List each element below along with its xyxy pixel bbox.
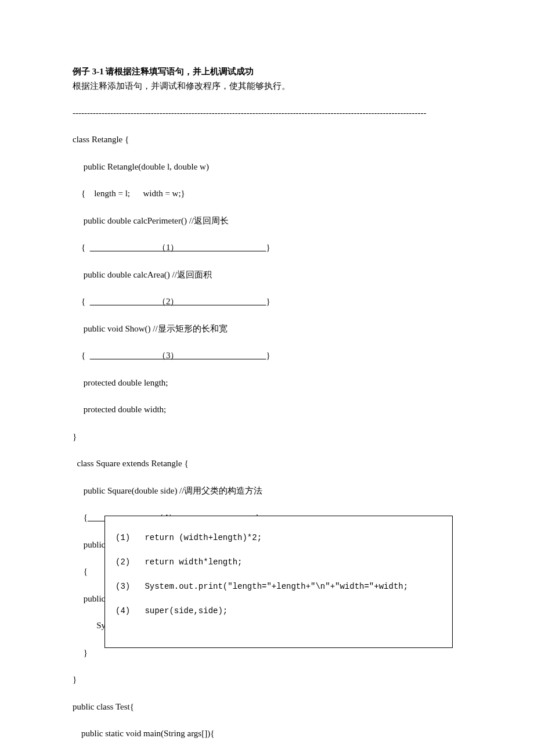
code-line: }: [73, 673, 461, 686]
code-line: public class Test{: [73, 700, 461, 714]
blank-1: （1）: [90, 243, 266, 252]
code-line: { length = l; width = w;}: [73, 187, 461, 200]
code-line: Square sq1=new Square(2.0);: [73, 754, 461, 757]
code-line: class Square extends Retangle {: [73, 457, 461, 470]
code-line: }: [73, 430, 461, 444]
answer-line: (1) return (width+length)*2;: [116, 532, 442, 544]
code-line: public Square(double side) //调用父类的构造方法: [73, 484, 461, 498]
title-text: 例子 3-1 请根据注释填写语句，并上机调试成功: [73, 67, 254, 76]
blank-2: （2）: [90, 297, 266, 306]
answer-line: (4) super(side,side);: [116, 605, 442, 617]
source-code-block: class Retangle { public Retangle(double …: [73, 120, 461, 756]
code-line: public static void main(String args[]){: [73, 727, 461, 740]
code-line: class Retangle {: [73, 133, 461, 146]
page: 例子 3-1 请根据注释填写语句，并上机调试成功 根据注释添加语句，并调试和修改…: [0, 0, 534, 756]
code-line: { （3） }: [73, 349, 461, 362]
blank-3: （3）: [90, 351, 266, 360]
exercise-subtitle: 根据注释添加语句，并调试和修改程序，使其能够执行。: [73, 80, 461, 93]
code-line: public Retangle(double l, double w): [73, 160, 461, 174]
code-line: public double calcArea() //返回面积: [73, 268, 461, 282]
exercise-title: 例子 3-1 请根据注释填写语句，并上机调试成功: [73, 65, 461, 78]
answer-line: (3) System.out.print("length="+length+"\…: [116, 581, 442, 593]
code-line: public double calcPerimeter() //返回周长: [73, 214, 461, 228]
code-line: { （1） }: [73, 241, 461, 254]
code-line: { （2） }: [73, 295, 461, 308]
code-line: protected double length;: [73, 376, 461, 390]
code-line: public void Show() //显示矩形的长和宽: [73, 322, 461, 336]
answer-line: (2) return width*length;: [116, 556, 442, 568]
dash-divider: ----------------------------------------…: [73, 106, 461, 120]
answers-box: (1) return (width+length)*2; (2) return …: [104, 516, 453, 648]
code-line: protected double width;: [73, 403, 461, 416]
